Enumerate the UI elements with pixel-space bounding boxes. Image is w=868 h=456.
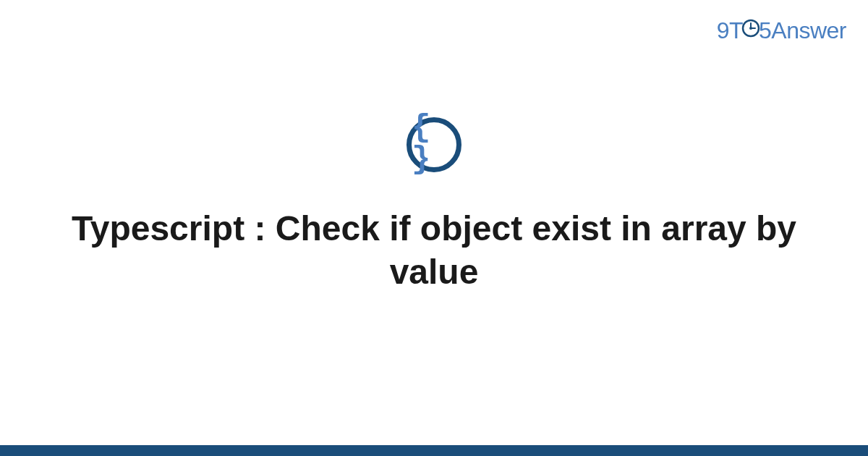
brand-five: 5 (759, 17, 771, 43)
braces-glyph: { } (412, 111, 456, 175)
site-brand: 9T5Answer (717, 17, 846, 46)
brand-answer: Answer (771, 17, 846, 43)
footer-accent-bar (0, 445, 868, 456)
code-braces-icon: { } (407, 117, 461, 172)
page-title: Typescript : Check if object exist in ar… (0, 207, 868, 294)
category-icon: { } (407, 117, 461, 172)
clock-icon (741, 17, 760, 43)
brand-nine: 9 (717, 17, 729, 43)
